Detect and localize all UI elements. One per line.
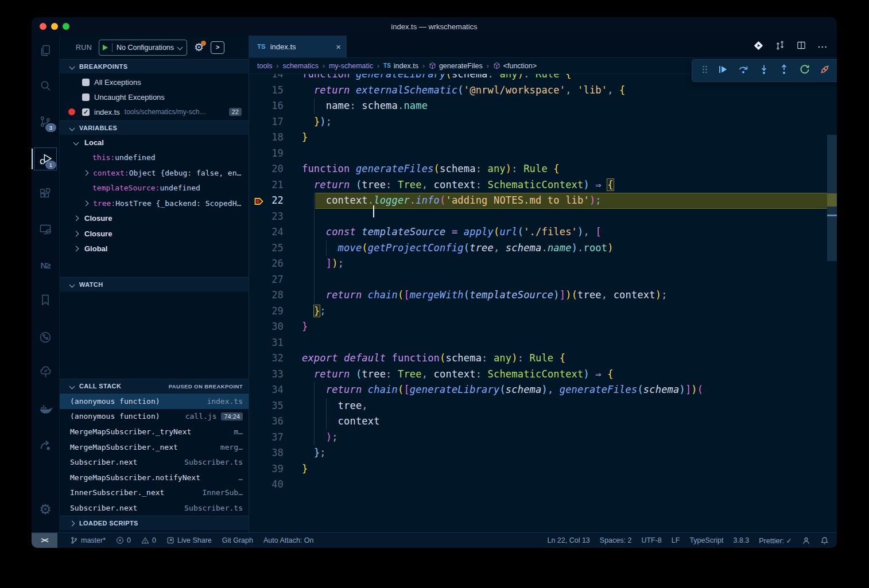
line-content[interactable]: tree,	[302, 398, 368, 414]
disconnect-icon[interactable]	[819, 64, 831, 77]
run-and-debug-icon[interactable]: 1	[32, 145, 59, 173]
breadcrumb-item[interactable]: schematics	[282, 62, 319, 70]
status-item-master-[interactable]: master*	[70, 536, 106, 544]
bookmarks-icon[interactable]	[32, 286, 59, 314]
close-window-button[interactable]	[40, 23, 46, 30]
open-changes-icon[interactable]	[775, 40, 785, 53]
status-item-ln-22-col-13[interactable]: Ln 22, Col 13	[547, 536, 589, 544]
gutter[interactable]: 39	[249, 461, 302, 477]
line-content[interactable]: context.logger.info('adding NOTES.md to …	[302, 193, 602, 209]
zoom-window-button[interactable]	[63, 23, 69, 30]
more-actions-icon[interactable]: ⋯	[817, 41, 828, 53]
status-item-bell[interactable]	[820, 536, 829, 545]
start-debug-icon[interactable]	[103, 45, 108, 50]
gutter[interactable]: 38	[249, 445, 302, 461]
code-editor[interactable]: 14function generateLibrary(schema: any):…	[249, 74, 837, 532]
gutter[interactable]: 34	[249, 382, 302, 398]
checkbox[interactable]	[82, 79, 90, 86]
live-share-icon[interactable]	[32, 431, 59, 459]
line-content[interactable]: ]);	[302, 256, 344, 272]
breakpoint-item[interactable]: All Exceptions	[60, 75, 249, 89]
status-item-person[interactable]	[802, 536, 810, 545]
minimize-window-button[interactable]	[51, 23, 58, 30]
call-stack-frame[interactable]: Subscriber.nextSubscriber.ts	[60, 454, 249, 470]
status-item-3-8-3[interactable]: 3.8.3	[733, 536, 749, 544]
gitlens-icon[interactable]	[32, 324, 59, 351]
configure-gear-icon[interactable]: ⚙	[194, 42, 204, 53]
status-item-spaces-2[interactable]: Spaces: 2	[600, 536, 632, 544]
line-content[interactable]: });	[302, 114, 332, 130]
step-into-icon[interactable]	[758, 64, 770, 77]
line-content[interactable]: }	[302, 461, 308, 477]
line-content[interactable]: move(getProjectConfig(tree, schema.name)…	[302, 240, 614, 256]
variable-item[interactable]: tree: HostTree {_backend: ScopedH…	[60, 196, 249, 211]
status-item-0[interactable]: 0	[141, 536, 156, 544]
line-content[interactable]	[302, 209, 308, 225]
checkbox[interactable]: ✓	[82, 108, 90, 116]
line-content[interactable]: const templateSource = apply(url('./file…	[302, 224, 602, 240]
gutter[interactable]: 15	[249, 83, 302, 99]
gutter[interactable]: 28	[249, 287, 302, 303]
line-content[interactable]: context	[302, 414, 380, 430]
gutter[interactable]: 24	[249, 224, 302, 240]
line-content[interactable]	[302, 335, 308, 351]
gutter[interactable]: 32	[249, 351, 302, 367]
variables-section-header[interactable]: VARIABLES	[60, 120, 249, 135]
breakpoint-item[interactable]: Uncaught Exceptions	[60, 89, 249, 104]
gutter[interactable]: 36	[249, 414, 302, 430]
gutter[interactable]: 14	[249, 74, 302, 83]
source-control-icon[interactable]: 3	[32, 108, 59, 135]
line-content[interactable]	[302, 272, 308, 288]
status-item-typescript[interactable]: TypeScript	[689, 536, 723, 544]
status-item-auto-attach-on[interactable]: Auto Attach: On	[263, 536, 314, 544]
gutter[interactable]: 21	[249, 177, 302, 193]
line-content[interactable]: }	[302, 130, 308, 146]
close-tab-icon[interactable]: ×	[336, 42, 341, 52]
status-item-git-graph[interactable]: Git Graph	[222, 536, 253, 544]
watch-section-header[interactable]: WATCH	[60, 277, 249, 291]
variable-item[interactable]: this: undefined	[60, 150, 249, 165]
explorer-icon[interactable]	[32, 37, 59, 64]
gutter[interactable]: 35	[249, 398, 302, 414]
remote-explorer-icon[interactable]	[32, 216, 59, 243]
search-icon[interactable]	[32, 72, 59, 100]
variable-scope[interactable]: Global	[60, 242, 249, 256]
gutter[interactable]: 37	[249, 430, 302, 446]
call-stack-section-header[interactable]: CALL STACK PAUSED ON BREAKPOINT	[60, 379, 249, 393]
call-stack-frame[interactable]: (anonymous function)index.ts	[60, 394, 249, 409]
breadcrumb-item[interactable]: <function>	[493, 62, 537, 70]
line-content[interactable]	[302, 146, 308, 162]
variable-scope[interactable]: Closure	[60, 226, 249, 241]
status-item-live-share[interactable]: Live Share	[166, 536, 212, 544]
gutter[interactable]: 16	[249, 98, 302, 114]
restart-icon[interactable]	[799, 64, 810, 77]
step-out-icon[interactable]	[778, 64, 790, 77]
manage-gear-icon[interactable]: ⚙	[32, 496, 59, 523]
tab-index-ts[interactable]: TS index.ts ×	[249, 36, 347, 57]
line-content[interactable]: };	[302, 303, 326, 320]
loaded-scripts-section-header[interactable]: LOADED SCRIPTS	[60, 516, 249, 530]
test-explorer-icon[interactable]	[32, 358, 59, 385]
line-content[interactable]: return externalSchematic('@nrwl/workspac…	[302, 83, 626, 99]
line-content[interactable]: name: schema.name	[302, 98, 428, 114]
gutter[interactable]: 26	[249, 256, 302, 272]
breadcrumb-item[interactable]: tools	[257, 62, 272, 70]
gutter[interactable]: 33	[249, 367, 302, 383]
variable-scope[interactable]: Closure	[60, 211, 249, 226]
call-stack-frame[interactable]: Subscriber.nextSubscriber.ts	[60, 500, 249, 516]
gutter[interactable]: 17	[249, 114, 302, 130]
gutter[interactable]: 40	[249, 477, 302, 493]
gutter[interactable]: 20	[249, 161, 302, 177]
call-stack-frame[interactable]: MergeMapSubscriber._nextmerg…	[60, 439, 249, 455]
gutter[interactable]: 30	[249, 319, 302, 335]
status-item-lf[interactable]: LF	[672, 536, 680, 544]
toolbar-drag-handle[interactable]	[701, 64, 708, 77]
status-item-0[interactable]: 0	[116, 536, 131, 544]
run-or-debug-icon[interactable]	[753, 40, 764, 53]
status-item-prettier-[interactable]: Prettier: ✓	[759, 536, 792, 545]
call-stack-frame[interactable]: (anonymous function)call.js74:24	[60, 409, 249, 425]
gutter[interactable]: 18	[249, 130, 302, 146]
nx-console-icon[interactable]: N≥	[32, 251, 59, 279]
line-content[interactable]: return (tree: Tree, context: SchematicCo…	[302, 177, 614, 193]
line-content[interactable]: export default function(schema: any): Ru…	[302, 351, 565, 367]
